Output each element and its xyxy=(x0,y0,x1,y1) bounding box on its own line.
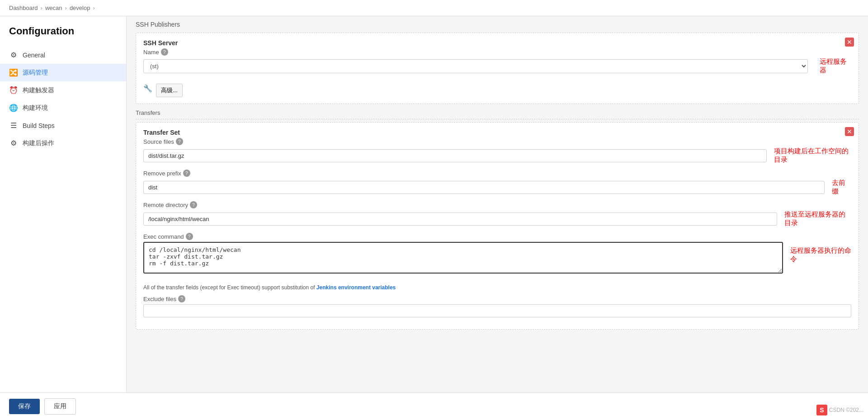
sidebar-title: Configuration xyxy=(0,25,126,46)
name-help-icon[interactable]: ? xyxy=(161,48,168,56)
list-icon: ☰ xyxy=(9,121,18,130)
exec-command-annotation: 远程服务器执行的命令 xyxy=(790,246,851,264)
exec-command-help-icon[interactable]: ? xyxy=(186,233,193,240)
remote-dir-label: Remote directory ? xyxy=(143,201,851,208)
transfer-set-box: ✕ Transfer Set Source files ? 项目构建后在工作空间… xyxy=(136,122,859,330)
source-files-annotation: 项目构建后在工作空间的目录 xyxy=(774,147,851,164)
source-files-label: Source files ? xyxy=(143,138,851,145)
sidebar: Configuration ⚙ General 🔀 源码管理 ⏰ 构建触发器 🌐… xyxy=(0,16,127,392)
exclude-files-label: Exclude files ? xyxy=(143,295,851,302)
ssh-publishers-label: SSH Publishers xyxy=(136,16,859,28)
transfer-set-close-button[interactable]: ✕ xyxy=(845,127,854,136)
sidebar-item-label-env: 构建环境 xyxy=(23,104,48,112)
transfer-set-title: Transfer Set xyxy=(143,129,851,136)
source-files-help-icon[interactable]: ? xyxy=(176,138,183,145)
jenkins-env-vars-link[interactable]: Jenkins environment variables xyxy=(316,284,396,291)
source-files-input[interactable] xyxy=(143,149,767,162)
advanced-button[interactable]: 高级... xyxy=(156,84,183,97)
sidebar-item-label-general: General xyxy=(23,52,45,59)
sidebar-item-env[interactable]: 🌐 构建环境 xyxy=(0,99,126,117)
sidebar-item-build-steps[interactable]: ☰ Build Steps xyxy=(0,117,126,134)
sidebar-item-post-build[interactable]: ⚙ 构建后操作 xyxy=(0,134,126,152)
cog-icon: ⚙ xyxy=(9,139,18,147)
watermark-logo: S xyxy=(816,405,827,415)
save-button[interactable]: 保存 xyxy=(9,399,40,414)
exec-command-textarea[interactable] xyxy=(143,242,783,274)
breadcrumb-sep-1: › xyxy=(41,5,42,11)
ssh-server-close-button[interactable]: ✕ xyxy=(845,38,854,47)
remote-dir-annotation: 推送至远程服务器的目录 xyxy=(784,210,851,227)
remove-prefix-label: Remove prefix ? xyxy=(143,170,851,177)
globe-icon: 🌐 xyxy=(9,104,18,112)
ssh-server-name-label: Name ? xyxy=(143,48,851,56)
ssh-server-title: SSH Server xyxy=(143,39,851,47)
ssh-server-box: ✕ SSH Server Name ? (st) 远程服务器 🔧 高级... xyxy=(136,33,859,104)
exclude-files-input[interactable] xyxy=(143,304,851,317)
advanced-prefix-icon: 🔧 xyxy=(143,84,152,93)
footer-bar: 保存 应用 xyxy=(0,392,868,420)
sidebar-item-label-build-steps: Build Steps xyxy=(23,122,55,129)
sidebar-item-label-source: 源码管理 xyxy=(23,69,48,77)
sidebar-item-source[interactable]: 🔀 源码管理 xyxy=(0,64,126,81)
gear-icon: ⚙ xyxy=(9,51,18,59)
sidebar-item-triggers[interactable]: ⏰ 构建触发器 xyxy=(0,81,126,99)
breadcrumb-wecan[interactable]: wecan xyxy=(45,5,62,11)
clock-icon: ⏰ xyxy=(9,86,18,94)
remote-dir-help-icon[interactable]: ? xyxy=(190,201,197,208)
breadcrumb-develop[interactable]: develop xyxy=(70,5,90,11)
watermark: S CSDN ©202... xyxy=(816,405,863,415)
breadcrumb-sep-3: › xyxy=(93,5,94,11)
sidebar-item-label-post-build: 构建后操作 xyxy=(23,139,54,147)
breadcrumb: Dashboard › wecan › develop › xyxy=(0,0,868,16)
ssh-server-annotation: 远程服务器 xyxy=(820,57,851,75)
apply-button[interactable]: 应用 xyxy=(44,398,76,415)
sidebar-item-general[interactable]: ⚙ General xyxy=(0,46,126,64)
remove-prefix-annotation: 去前缀 xyxy=(832,179,851,196)
exec-command-label: Exec command ? xyxy=(143,233,851,240)
content-area: SSH Publishers ✕ SSH Server Name ? (st) … xyxy=(127,16,868,392)
sidebar-item-label-triggers: 构建触发器 xyxy=(23,86,54,94)
exclude-files-help-icon[interactable]: ? xyxy=(178,295,185,302)
watermark-text: CSDN ©202... xyxy=(829,407,863,413)
source-icon: 🔀 xyxy=(9,68,18,77)
transfer-info-text: All of the transfer fields (except for E… xyxy=(143,284,851,291)
breadcrumb-dashboard[interactable]: Dashboard xyxy=(9,5,38,11)
remote-dir-input[interactable] xyxy=(143,212,777,226)
ssh-server-name-select[interactable]: (st) xyxy=(143,59,808,73)
remove-prefix-help-icon[interactable]: ? xyxy=(183,170,190,177)
transfers-label: Transfers xyxy=(136,109,859,119)
remove-prefix-input[interactable] xyxy=(143,181,825,194)
breadcrumb-sep-2: › xyxy=(65,5,67,11)
